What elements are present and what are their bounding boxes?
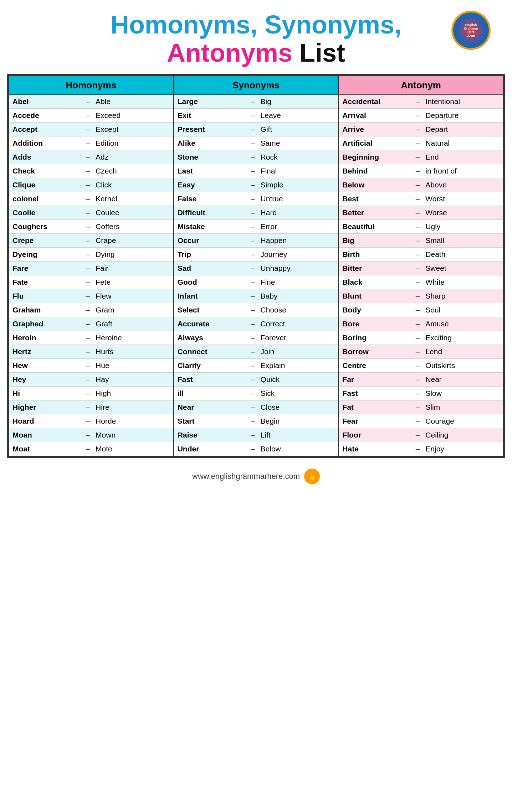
word-cell: Hi	[9, 387, 82, 400]
word-cell: Adds	[9, 150, 82, 164]
meaning-cell: Final	[257, 164, 338, 178]
word-cell: Fast	[339, 387, 412, 400]
list-item: Better–Worse	[339, 206, 503, 220]
dash-cell: –	[82, 262, 92, 275]
list-item: Fat–Slim	[339, 400, 503, 414]
dash-cell: –	[412, 248, 422, 262]
word-cell: False	[174, 192, 247, 206]
word-cell: Boring	[339, 331, 412, 345]
dash-cell: –	[412, 428, 422, 442]
dash-cell: –	[412, 400, 422, 414]
dash-cell: –	[247, 164, 257, 178]
meaning-cell: Coulee	[92, 206, 173, 220]
list-item: Coughers–Coffers	[9, 220, 173, 234]
list-item: Accept–Except	[9, 123, 173, 136]
list-item: Start–Begin	[174, 414, 338, 428]
word-cell: Fate	[9, 275, 82, 289]
dash-cell: –	[82, 248, 92, 262]
dash-cell: –	[247, 220, 257, 234]
meaning-cell: Amuse	[422, 317, 503, 331]
meaning-cell: Begin	[257, 414, 338, 428]
list-item: Beginning–End	[339, 150, 503, 164]
meaning-cell: Sharp	[422, 289, 503, 303]
list-item: Crepe–Crape	[9, 234, 173, 248]
word-cell: Present	[174, 123, 247, 136]
dash-cell: –	[412, 220, 422, 234]
dash-cell: –	[412, 331, 422, 345]
meaning-cell: Error	[257, 220, 338, 234]
list-item: ill–Sick	[174, 387, 338, 400]
meaning-cell: Able	[92, 95, 173, 109]
list-item: Coolie–Coulee	[9, 206, 173, 220]
meaning-cell: Untrue	[257, 192, 338, 206]
dash-cell: –	[82, 220, 92, 234]
meaning-cell: Fine	[257, 275, 338, 289]
meaning-cell: Choose	[257, 303, 338, 317]
meaning-cell: Same	[257, 136, 338, 150]
list-item: Adds–Adz	[9, 150, 173, 164]
title-synonyms: Synonyms,	[257, 10, 401, 39]
dash-cell: –	[412, 289, 422, 303]
list-item: Check–Czech	[9, 164, 173, 178]
list-item: Good–Fine	[174, 275, 338, 289]
word-cell: Crepe	[9, 234, 82, 248]
meaning-cell: Depart	[422, 123, 503, 136]
word-cell: Fear	[339, 414, 412, 428]
list-item: Borrow–Lend	[339, 345, 503, 359]
dash-cell: –	[82, 303, 92, 317]
dash-cell: –	[82, 359, 92, 373]
title-antonyms: Antonyms	[167, 38, 292, 67]
footer: www.englishgrammarhere.com 👆	[192, 469, 320, 484]
word-cell: Far	[339, 373, 412, 387]
word-cell: Coolie	[9, 206, 82, 220]
meaning-cell: Departure	[422, 109, 503, 123]
meaning-cell: Quick	[257, 373, 338, 387]
dash-cell: –	[247, 275, 257, 289]
synonyms-header-cell: Synonyms	[174, 76, 339, 95]
list-item: Centre–Outskirts	[339, 359, 503, 373]
meaning-cell: Hue	[92, 359, 173, 373]
dash-cell: –	[247, 192, 257, 206]
meaning-cell: Coffers	[92, 220, 173, 234]
meaning-cell: Big	[257, 95, 338, 109]
list-item: Alike–Same	[174, 136, 338, 150]
dash-cell: –	[247, 262, 257, 275]
meaning-cell: Intentional	[422, 95, 503, 109]
synonyms-data: Large–BigExit–LeavePresent–GiftAlike–Sam…	[174, 95, 339, 456]
meaning-cell: Above	[422, 178, 503, 192]
dash-cell: –	[412, 345, 422, 359]
dash-cell: –	[247, 331, 257, 345]
dash-cell: –	[412, 373, 422, 387]
dash-cell: –	[82, 345, 92, 359]
list-item: Birth–Death	[339, 248, 503, 262]
list-item: Bitter–Sweet	[339, 262, 503, 275]
dash-cell: –	[412, 178, 422, 192]
dash-cell: –	[82, 136, 92, 150]
list-item: Infant–Baby	[174, 289, 338, 303]
word-cell: Centre	[339, 359, 412, 373]
list-item: Hew–Hue	[9, 359, 173, 373]
meaning-cell: Unhappy	[257, 262, 338, 275]
dash-cell: –	[412, 275, 422, 289]
synonyms-table: Large–BigExit–LeavePresent–GiftAlike–Sam…	[174, 95, 338, 456]
dash-cell: –	[412, 123, 422, 136]
list-item: Clique–Click	[9, 178, 173, 192]
dash-cell: –	[82, 275, 92, 289]
homonyms-header-cell: Homonyms	[9, 76, 174, 95]
dash-cell: –	[412, 414, 422, 428]
antonyms-header: Antonym	[339, 76, 503, 95]
word-cell: Accidental	[339, 95, 412, 109]
list-item: Fare–Fair	[9, 262, 173, 275]
list-item: Exit–Leave	[174, 109, 338, 123]
word-cell: Arrival	[339, 109, 412, 123]
meaning-cell: White	[422, 275, 503, 289]
list-item: Moat–Mote	[9, 442, 173, 456]
word-cell: Borrow	[339, 345, 412, 359]
dash-cell: –	[412, 95, 422, 109]
meaning-cell: End	[422, 150, 503, 164]
list-item: Body–Soul	[339, 303, 503, 317]
list-item: Boring–Exciting	[339, 331, 503, 345]
meaning-cell: Dying	[92, 248, 173, 262]
word-cell: Moan	[9, 428, 82, 442]
dash-cell: –	[82, 192, 92, 206]
